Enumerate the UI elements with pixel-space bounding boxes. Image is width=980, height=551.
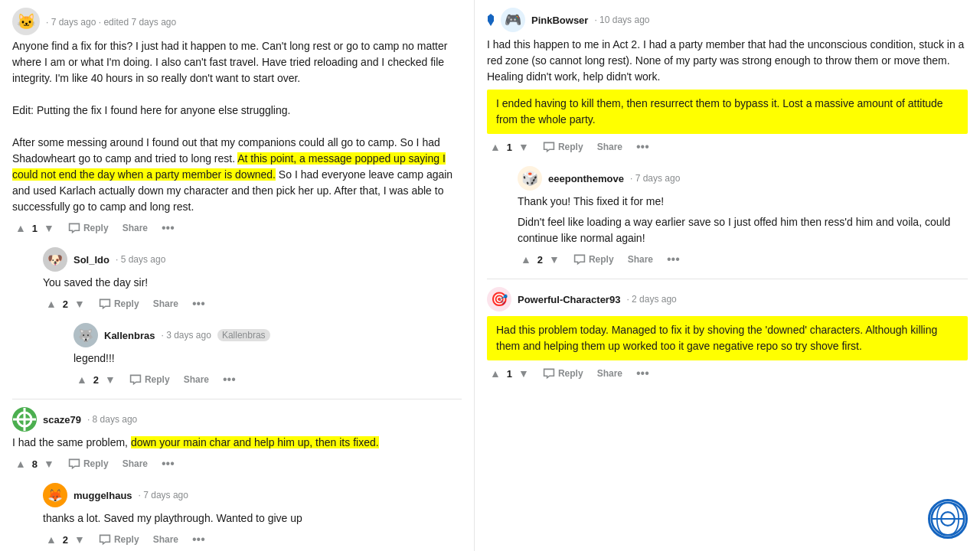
muggelhaus-timestamp: · 7 days ago <box>139 490 188 500</box>
pinkbowser-downvote[interactable]: ▼ <box>515 139 532 155</box>
pinkbowser-upvote[interactable]: ▲ <box>487 139 504 155</box>
kallenbras-upvote[interactable]: ▲ <box>74 372 90 387</box>
sol-ido-avatar: 🐶 <box>43 247 67 272</box>
powerful-comment: 🎯 Powerful-Character93 · 2 days ago Had … <box>487 287 968 382</box>
powerful-header: 🎯 Powerful-Character93 · 2 days ago <box>487 287 968 311</box>
eeeponthemove-more-btn[interactable]: ••• <box>664 251 683 268</box>
main-more-btn[interactable]: ••• <box>158 220 178 236</box>
pinkbowser-reply-btn[interactable]: Reply <box>540 139 586 155</box>
sol-ido-votes: 2 <box>63 298 68 310</box>
eeeponthemove-actions: ▲ 2 ▼ Reply Share ••• <box>518 251 968 268</box>
section-divider <box>12 399 462 399</box>
eeeponthemove-username: eeeponthemove <box>548 173 624 184</box>
kallenbras-more-btn[interactable]: ••• <box>220 371 239 388</box>
sol-ido-share-btn[interactable]: Share <box>150 297 181 311</box>
powerful-share-btn[interactable]: Share <box>594 367 626 380</box>
pinkbowser-text-before: I had this happen to me in Act 2. I had … <box>487 37 968 85</box>
kallenbras-avatar: 🐺 <box>74 323 98 347</box>
sol-ido-downvote[interactable]: ▼ <box>71 296 88 311</box>
powerful-actions: ▲ 1 ▼ Reply Share ••• <box>487 365 968 382</box>
muggelhaus-upvote[interactable]: ▲ <box>43 532 60 547</box>
main-action-bar: ▲ 1 ▼ Reply Share ••• <box>12 220 462 236</box>
muggelhaus-share-btn[interactable]: Share <box>150 533 181 546</box>
scaze79-share-btn[interactable]: Share <box>119 457 151 471</box>
powerful-reply-btn[interactable]: Reply <box>540 366 586 381</box>
pinkbowser-more-btn[interactable]: ••• <box>633 139 652 155</box>
scaze79-votes: 8 <box>32 458 38 470</box>
powerful-downvote[interactable]: ▼ <box>515 366 532 381</box>
scaze79-avatar <box>12 407 37 432</box>
powerful-avatar: 🎯 <box>487 287 511 311</box>
pin-icon <box>487 14 495 26</box>
sol-ido-comment: 🐶 Sol_Ido · 5 days ago You saved the day… <box>12 247 462 312</box>
pinkbowser-avatar: 🎮 <box>501 8 525 32</box>
pinkbowser-share-btn[interactable]: Share <box>594 140 626 154</box>
main-comment: 🐱 · 7 days ago · edited 7 days ago Anyon… <box>12 8 462 236</box>
kallenbras-downvote[interactable]: ▼ <box>102 372 119 387</box>
scaze79-downvote[interactable]: ▼ <box>41 456 57 471</box>
pinkbowser-comment: 🎮 PinkBowser · 10 days ago I had this ha… <box>487 8 968 155</box>
muggelhaus-header: 🦊 muggelhaus · 7 days ago <box>43 483 462 507</box>
powerful-upvote[interactable]: ▲ <box>487 366 504 381</box>
muggelhaus-username: muggelhaus <box>74 490 132 501</box>
eeeponthemove-upvote[interactable]: ▲ <box>518 252 534 267</box>
pinkbowser-votes: 1 <box>507 142 512 153</box>
scaze79-timestamp: · 8 days ago <box>87 414 137 425</box>
pinkbowser-actions: ▲ 1 ▼ Reply Share ••• <box>487 139 968 155</box>
eeeponthemove-comment: 🎲 eeeponthemove · 7 days ago Thank you! … <box>487 166 968 268</box>
eeeponthemove-votes: 2 <box>537 254 543 266</box>
eeeponthemove-text1: Thank you! This fixed it for me! <box>518 194 968 210</box>
kallenbras-username: Kallenbras <box>104 330 155 341</box>
sol-ido-reply-btn[interactable]: Reply <box>96 296 142 311</box>
main-comment-header: 🐱 · 7 days ago · edited 7 days ago <box>12 8 462 35</box>
muggelhaus-more-btn[interactable]: ••• <box>189 531 208 548</box>
sol-ido-more-btn[interactable]: ••• <box>189 295 208 312</box>
muggelhaus-comment: 🦊 muggelhaus · 7 days ago thanks a lot. … <box>12 483 462 548</box>
eeeponthemove-downvote[interactable]: ▼ <box>546 252 563 267</box>
right-divider <box>487 279 968 279</box>
eeeponthemove-header: 🎲 eeeponthemove · 7 days ago <box>518 166 968 191</box>
muggelhaus-votes: 2 <box>63 534 68 546</box>
muggelhaus-reply-btn[interactable]: Reply <box>96 532 142 547</box>
eeeponthemove-reply-btn[interactable]: Reply <box>570 252 617 267</box>
eeeponthemove-share-btn[interactable]: Share <box>625 253 656 266</box>
main-avatar: 🐱 <box>12 8 40 35</box>
sol-ido-upvote[interactable]: ▲ <box>43 296 60 311</box>
main-highlight: At this point, a message popped up sayin… <box>12 152 446 181</box>
powerful-username: Powerful-Character93 <box>518 294 620 305</box>
main-reply-btn[interactable]: Reply <box>65 220 112 236</box>
powerful-more-btn[interactable]: ••• <box>633 365 652 382</box>
scaze79-upvote[interactable]: ▲ <box>12 456 29 471</box>
main-vote-group: ▲ 1 ▼ <box>12 220 57 236</box>
muggelhaus-avatar: 🦊 <box>43 483 67 507</box>
pinkbowser-highlight: I ended having to kill them, then resurr… <box>487 90 968 134</box>
scaze79-actions: ▲ 8 ▼ Reply Share ••• <box>12 455 462 472</box>
pinkbowser-timestamp: · 10 days ago <box>594 15 649 25</box>
kallenbras-reply-btn[interactable]: Reply <box>126 372 173 387</box>
powerful-votes: 1 <box>507 368 512 380</box>
scaze79-highlight: down your main char and help him up, the… <box>131 436 379 448</box>
sol-ido-username: Sol_Ido <box>74 254 109 266</box>
scaze79-text: I had the same problem, down your main c… <box>12 435 462 451</box>
sol-ido-actions: ▲ 2 ▼ Reply Share ••• <box>43 295 462 312</box>
muggelhaus-downvote[interactable]: ▼ <box>71 532 88 547</box>
eeeponthemove-timestamp: · 7 days ago <box>630 173 680 184</box>
pinkbowser-username: PinkBowser <box>531 15 588 26</box>
scaze79-reply-btn[interactable]: Reply <box>65 456 112 471</box>
kallenbras-comment: 🐺 Kallenbras · 3 days ago Kallenbras leg… <box>12 323 462 388</box>
main-upvote-btn[interactable]: ▲ <box>12 220 29 236</box>
powerful-timestamp: · 2 days ago <box>626 294 676 305</box>
kallenbras-text: legend!!! <box>74 350 462 367</box>
main-share-btn[interactable]: Share <box>119 221 151 235</box>
muggelhaus-actions: ▲ 2 ▼ Reply Share ••• <box>43 531 462 548</box>
main-timestamp: · 7 days ago · edited 7 days ago <box>46 17 176 28</box>
logo-watermark <box>928 499 968 539</box>
kallenbras-name-badge: Kallenbras <box>217 329 270 341</box>
scaze79-comment: scaze79 · 8 days ago I had the same prob… <box>12 407 462 472</box>
main-downvote-btn[interactable]: ▼ <box>41 220 57 236</box>
kallenbras-actions: ▲ 2 ▼ Reply Share ••• <box>74 371 462 388</box>
sol-ido-header: 🐶 Sol_Ido · 5 days ago <box>43 247 462 272</box>
kallenbras-share-btn[interactable]: Share <box>181 373 212 386</box>
pinkbowser-header: 🎮 PinkBowser · 10 days ago <box>487 8 968 32</box>
scaze79-more-btn[interactable]: ••• <box>158 455 178 472</box>
